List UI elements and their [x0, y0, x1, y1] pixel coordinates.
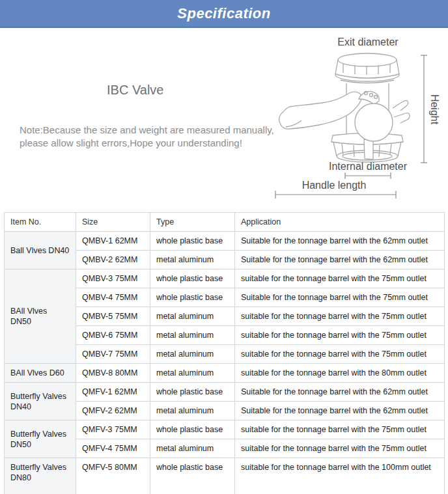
type-cell: whole plastic base: [150, 420, 235, 439]
size-cell: QMBV-6 75MM: [76, 326, 150, 345]
item-group-cell: BAll Vlves D60: [5, 364, 76, 383]
col-header-size: Size: [76, 213, 150, 232]
application-cell: Suitable for the tonnage barrel with the…: [235, 402, 445, 420]
application-cell: suitable for the tonnage barrel with the…: [235, 345, 445, 364]
valve-diagram: Exit diameter Height Internal diameter H…: [270, 31, 448, 202]
type-cell: metal aluminum: [150, 326, 235, 345]
application-cell: Suitable for the tonnage barrel with the…: [235, 288, 445, 307]
height-dimension: [421, 55, 427, 163]
item-group-cell: BAll Vlves DN50: [5, 269, 76, 364]
type-cell: whole plastic base: [150, 232, 235, 251]
size-cell: QMFV-5 80MM: [76, 458, 150, 494]
size-cell: QMBV-3 75MM: [76, 269, 150, 288]
size-cell: QMBV-8 80MM: [76, 364, 150, 383]
col-header-type: Type: [150, 213, 235, 232]
type-cell: metal aluminum: [150, 307, 235, 326]
table-row: Butterfly Valves DN80 QMFV-5 80MM whole …: [5, 458, 445, 494]
exit-diameter-label: Exit diameter: [337, 36, 399, 48]
application-cell: suitable for the tonnage barrel with the…: [235, 307, 445, 326]
col-header-application: Application: [235, 213, 445, 232]
type-cell: metal aluminum: [150, 345, 235, 364]
application-cell: suitable for the tonnage barrel with the…: [235, 439, 445, 458]
diagram-section: IBC Valve Note:Because the size and weig…: [0, 28, 448, 212]
type-cell: metal aluminum: [150, 251, 235, 269]
table-row: Ball Vlves DN40 QMBV-1 62MM whole plasti…: [5, 232, 445, 251]
specification-banner: Specification: [0, 0, 448, 28]
size-cell: QMBV-1 62MM: [76, 232, 150, 251]
type-cell: whole plastic base: [150, 458, 235, 494]
application-cell: Suitable for the tonnage barrel with the…: [235, 383, 445, 402]
type-cell: metal aluminum: [150, 402, 235, 420]
application-cell: suitable for the tonnage barrel with the…: [235, 458, 445, 494]
item-group-cell: Butterfly Valves DN50: [5, 420, 76, 458]
handle-length-dimension: [275, 191, 396, 199]
table-row: BAll Vlves D60 QMBV-8 80MM metal aluminu…: [5, 364, 445, 383]
application-cell: suitable for the tonnage barrel with the…: [235, 364, 445, 383]
item-group-cell: Butterfly Valves DN80: [5, 458, 76, 494]
col-header-item: Item No.: [5, 213, 76, 232]
table-header-row: Item No. Size Type Application: [5, 213, 445, 232]
application-cell: suitable for the tonnage barrel with the…: [235, 326, 445, 345]
application-cell: suitable for the tonnage barrel with the…: [235, 420, 445, 439]
size-cell: QMFV-2 62MM: [76, 402, 150, 420]
table-row: Butterfly Valves DN50 QMFV-3 75MM whole …: [5, 420, 445, 439]
type-cell: whole plastic base: [150, 269, 235, 288]
handle-length-label: Handle length: [302, 180, 367, 191]
application-cell: Suitable for the tonnage barrel with the…: [235, 251, 445, 269]
page-title: Specification: [177, 5, 270, 22]
specification-table: Item No. Size Type Application Ball Vlve…: [4, 212, 445, 494]
size-cell: QMBV-5 75MM: [76, 307, 150, 326]
application-cell: suitable for the tonnage barrel with the…: [235, 269, 445, 288]
specification-page: Specification IBC Valve Note:Because the…: [0, 0, 448, 494]
type-cell: whole plastic base: [150, 383, 235, 402]
valve-cap-drawing: [335, 53, 399, 83]
size-cell: QMFV-4 75MM: [76, 439, 150, 458]
note-line-1: Note:Because the size and weight are mea…: [20, 124, 274, 137]
height-label: Height: [429, 94, 440, 125]
size-cell: QMBV-4 75MM: [76, 288, 150, 307]
internal-diameter-label: Internal diameter: [329, 161, 408, 172]
measurement-note: Note:Because the size and weight are mea…: [20, 124, 274, 150]
note-line-2: please allow slight errors,Hope your und…: [20, 137, 274, 150]
table-row: Butterfly Valves DN40 QMFV-1 62MM whole …: [5, 383, 445, 402]
size-cell: QMFV-3 75MM: [76, 420, 150, 439]
type-cell: metal aluminum: [150, 439, 235, 458]
type-cell: metal aluminum: [150, 364, 235, 383]
application-cell: Suitable for the tonnage barrel with the…: [235, 232, 445, 251]
table-row: BAll Vlves DN50 QMBV-3 75MM whole plasti…: [5, 269, 445, 288]
product-name-label: IBC Valve: [107, 83, 163, 98]
internal-diameter-dimension: [345, 172, 391, 179]
item-group-cell: Ball Vlves DN40: [5, 232, 76, 269]
item-group-cell: Butterfly Valves DN40: [5, 383, 76, 420]
type-cell: whole plastic base: [150, 288, 235, 307]
size-cell: QMBV-2 62MM: [76, 251, 150, 269]
size-cell: QMBV-7 75MM: [76, 345, 150, 364]
size-cell: QMFV-1 62MM: [76, 383, 150, 402]
